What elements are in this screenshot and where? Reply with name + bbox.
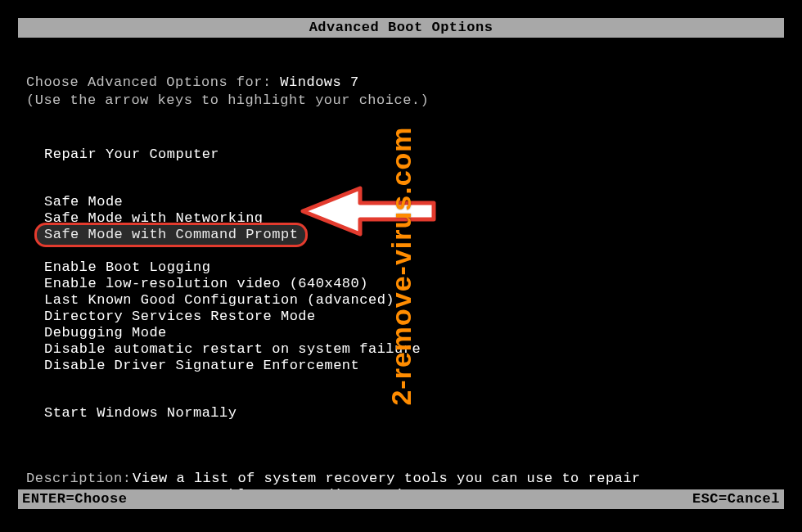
option-group-normal: Start Windows Normally (43, 405, 776, 422)
option-disable-driver-sig[interactable]: Disable Driver Signature Enforcement (43, 358, 361, 373)
option-start-windows-normally[interactable]: Start Windows Normally (43, 405, 238, 421)
option-disable-auto-restart[interactable]: Disable automatic restart on system fail… (43, 341, 422, 357)
option-group-advanced: Enable Boot Logging Enable low-resolutio… (43, 259, 776, 374)
option-enable-boot-logging[interactable]: Enable Boot Logging (43, 259, 212, 275)
title-bar: Advanced Boot Options (18, 18, 784, 38)
choose-line: Choose Advanced Options for: Windows 7 (26, 74, 776, 91)
footer-esc: ESC=Cancel (692, 489, 780, 509)
option-group-safemode: Safe Mode Safe Mode with Networking Safe… (43, 194, 776, 243)
os-name: Windows 7 (280, 74, 358, 90)
arrow-hint: (Use the arrow keys to highlight your ch… (26, 92, 776, 109)
screen-title: Advanced Boot Options (309, 20, 493, 35)
option-safe-mode-networking[interactable]: Safe Mode with Networking (43, 210, 265, 226)
option-directory-services-restore[interactable]: Directory Services Restore Mode (43, 309, 318, 324)
option-repair-your-computer[interactable]: Repair Your Computer (43, 147, 221, 162)
body-content: Choose Advanced Options for: Windows 7 (… (0, 38, 802, 503)
option-group-repair: Repair Your Computer (43, 147, 776, 163)
footer-bar: ENTER=Choose ESC=Cancel (18, 489, 784, 509)
option-safe-mode[interactable]: Safe Mode (43, 194, 124, 210)
footer-enter: ENTER=Choose (22, 489, 127, 509)
choose-prefix: Choose Advanced Options for: (26, 74, 280, 90)
option-low-res-video[interactable]: Enable low-resolution video (640x480) (43, 276, 370, 291)
option-safe-mode-command-prompt[interactable]: Safe Mode with Command Prompt (43, 227, 300, 242)
boot-options-screen: Advanced Boot Options Choose Advanced Op… (0, 0, 802, 532)
option-debugging-mode[interactable]: Debugging Mode (43, 325, 169, 340)
option-last-known-good[interactable]: Last Known Good Configuration (advanced) (43, 292, 396, 308)
